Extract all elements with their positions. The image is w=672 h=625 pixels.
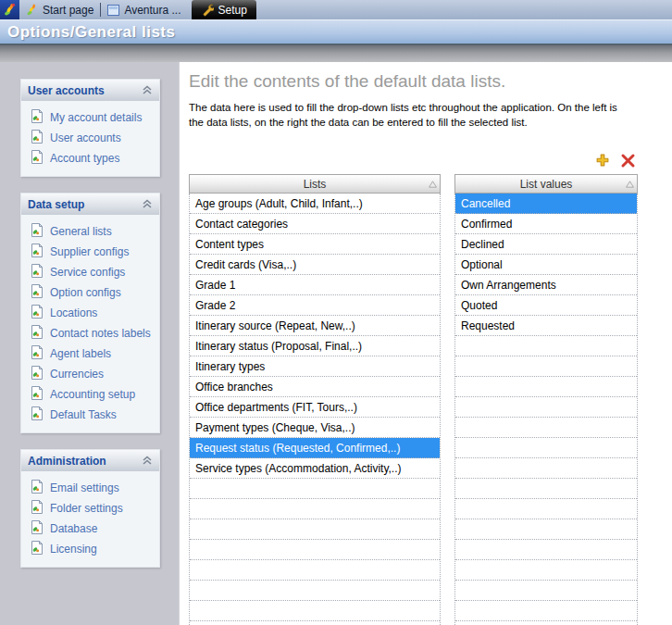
lists-row[interactable]: Grade 2 (190, 295, 440, 316)
tab-setup[interactable]: Setup (192, 0, 256, 19)
sidebar-item-option-configs[interactable]: Option configs (21, 282, 159, 303)
lists-row[interactable]: Content types (190, 234, 440, 255)
lists-row[interactable]: Grade 1 (190, 275, 440, 295)
lists-row-empty (190, 540, 440, 560)
content-area: User accountsMy account detailsUser acco… (0, 62, 672, 625)
sidebar-item-licensing[interactable]: Licensing (21, 539, 159, 559)
lists-row[interactable]: Itinerary types (190, 356, 440, 377)
page-title: Options/General lists (0, 23, 176, 42)
delete-value-button[interactable] (618, 151, 637, 169)
page-header: Options/General lists (0, 19, 672, 45)
sidebar-item-label: Locations (50, 306, 97, 319)
lists-row[interactable]: Credit cards (Visa,..) (190, 255, 440, 275)
section-header-data-setup[interactable]: Data setup (21, 194, 159, 215)
sidebar-item-label: Currencies (50, 368, 104, 381)
sidebar-item-label: Account types (50, 152, 119, 165)
document-icon (31, 325, 44, 342)
list-values-row[interactable]: Declined (455, 234, 637, 255)
lists-row-empty (190, 479, 440, 499)
lists-row[interactable]: Request status (Requested, Confirmed,..) (190, 438, 440, 458)
lists-row-empty (190, 499, 440, 519)
document-icon (31, 223, 44, 240)
sidebar-item-label: Folder settings (50, 502, 123, 515)
list-values-toolbar (593, 151, 637, 169)
sidebar-item-label: Database (50, 522, 97, 535)
header-shadow-strip (0, 45, 672, 62)
sidebar-item-agent-labels[interactable]: Agent labels (21, 344, 159, 364)
lists-row[interactable]: Contact categories (190, 214, 440, 234)
sidebar-item-general-lists[interactable]: General lists (21, 221, 159, 242)
add-value-button[interactable] (593, 151, 612, 169)
app-logo-icon (0, 0, 19, 19)
sidebar-item-user-accounts[interactable]: User accounts (21, 128, 159, 148)
sort-ascending-icon (626, 181, 634, 188)
section-title: User accounts (28, 84, 105, 97)
sidebar-item-database[interactable]: Database (21, 519, 159, 539)
list-values-row[interactable]: Confirmed (455, 214, 637, 234)
document-icon (31, 109, 44, 126)
document-icon (31, 284, 44, 301)
lists-row[interactable]: Age groups (Adult, Child, Infant,..) (190, 194, 440, 214)
lists-row[interactable]: Service types (Accommodation, Activity,.… (190, 458, 440, 479)
document-icon (31, 480, 44, 496)
tab-start-page[interactable]: Start page (19, 0, 100, 19)
document-icon (31, 520, 44, 537)
lists-row[interactable]: Itinerary source (Repeat, New,..) (190, 316, 440, 336)
lists-row[interactable]: Office branches (190, 377, 440, 397)
list-values-row-empty (455, 458, 637, 479)
sidebar-item-label: Supplier configs (50, 245, 129, 258)
document-icon (31, 541, 44, 557)
section-header-user-accounts[interactable]: User accounts (21, 80, 159, 101)
sidebar-item-label: Accounting setup (50, 388, 135, 401)
sidebar-item-my-account-details[interactable]: My account details (21, 107, 159, 128)
lists-table-header[interactable]: Lists (189, 174, 441, 194)
document-icon (31, 345, 44, 362)
sidebar-item-account-types[interactable]: Account types (21, 148, 159, 169)
x-icon (620, 153, 636, 169)
sidebar-item-service-configs[interactable]: Service configs (21, 262, 159, 282)
sidebar-item-locations[interactable]: Locations (21, 303, 159, 323)
column-title: List values (520, 178, 573, 191)
values-table-header[interactable]: List values (454, 174, 638, 194)
list-values-row[interactable]: Optional (455, 255, 637, 275)
sidebar-item-label: Service configs (50, 266, 125, 279)
wrench-icon (201, 4, 214, 17)
sidebar-item-folder-settings[interactable]: Folder settings (21, 498, 159, 519)
window-icon (107, 5, 119, 16)
tab-label: Aventura ... (124, 4, 180, 17)
list-values-row[interactable]: Cancelled (455, 194, 637, 214)
document-icon (31, 150, 44, 167)
lists-row[interactable]: Itinerary status (Proposal, Final,..) (190, 336, 440, 356)
sidebar-item-label: User accounts (50, 131, 121, 144)
lists-row-empty (190, 519, 440, 540)
list-values-row[interactable]: Quoted (455, 295, 637, 316)
list-values-row-empty (455, 519, 637, 540)
sidebar-item-accounting-setup[interactable]: Accounting setup (21, 384, 159, 405)
sidebar-item-default-tasks[interactable]: Default Tasks (21, 405, 159, 425)
tab-label: Start page (43, 4, 93, 17)
lists-row-empty (190, 560, 440, 581)
sidebar-item-currencies[interactable]: Currencies (21, 364, 159, 384)
application-window: Start page Aventura ... Setup Options/Ge… (0, 0, 672, 625)
sidebar-item-email-settings[interactable]: Email settings (21, 478, 159, 498)
section-title: Administration (28, 455, 106, 468)
sidebar-item-supplier-configs[interactable]: Supplier configs (21, 242, 159, 262)
sort-ascending-icon (429, 181, 437, 188)
tab-aventura[interactable]: Aventura ... (101, 0, 187, 19)
sidebar-section-administration: AdministrationEmail settingsFolder setti… (20, 449, 160, 568)
sidebar-item-contact-notes-labels[interactable]: Contact notes labels (21, 323, 159, 344)
list-values-row-empty (455, 356, 637, 377)
list-values-row-empty (455, 397, 637, 418)
document-icon (31, 264, 44, 281)
lists-row[interactable]: Office departments (FIT, Tours,..) (190, 397, 440, 418)
list-values-row-empty (455, 601, 637, 621)
list-values-row-empty (455, 499, 637, 519)
list-values-row[interactable]: Requested (455, 316, 637, 336)
lists-row[interactable]: Payment types (Cheque, Visa,..) (190, 418, 440, 438)
list-values-table: List valuesCancelledConfirmedDeclinedOpt… (454, 174, 638, 625)
list-values-row-empty (455, 621, 637, 625)
section-header-administration[interactable]: Administration (21, 450, 159, 471)
document-icon (31, 244, 44, 260)
list-values-row[interactable]: Own Arrangements (455, 275, 637, 295)
page-description: The data here is used to fill the drop-d… (189, 100, 629, 130)
